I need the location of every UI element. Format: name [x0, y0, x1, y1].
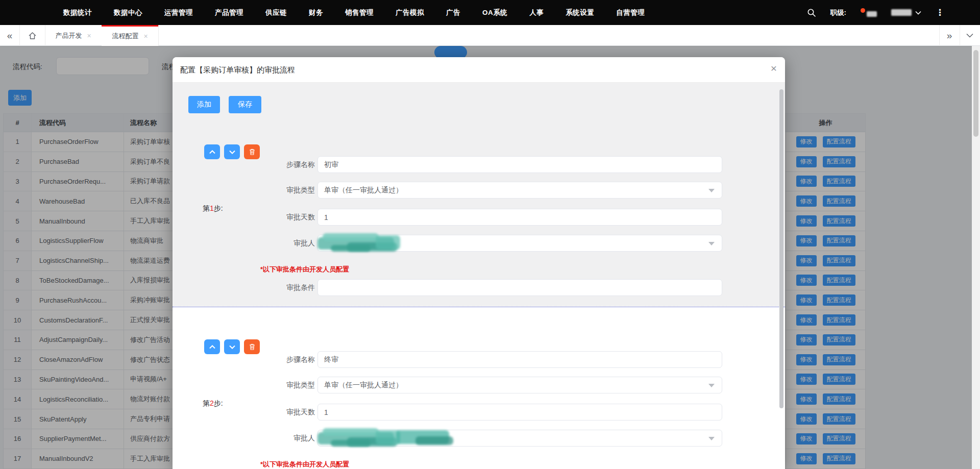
nav-menu-item[interactable]: 运营管理 [164, 8, 193, 17]
condition-label: 审批条件 [244, 279, 315, 296]
nav-menu-item[interactable]: 财务 [309, 8, 323, 17]
page-scrollbar-thumb[interactable] [973, 50, 978, 137]
close-icon[interactable]: × [771, 63, 777, 73]
step-number-label: 第2步: [203, 399, 223, 408]
chevron-down-icon [966, 33, 973, 38]
user-menu[interactable] [891, 9, 921, 16]
redacted-username [891, 9, 912, 16]
notification-badge[interactable] [861, 8, 877, 17]
move-up-button[interactable] [204, 339, 220, 354]
nav-menu-item[interactable]: 系统设置 [566, 8, 594, 17]
nav-menu-item[interactable]: 供应链 [265, 8, 287, 17]
step-name-input[interactable] [317, 351, 722, 368]
chevron-down-icon [915, 11, 921, 15]
approver-select[interactable] [317, 430, 722, 447]
close-tab-icon[interactable]: × [143, 33, 148, 40]
field-approve-days: 审批天数 [244, 404, 785, 421]
approver-label: 审批人 [244, 235, 315, 252]
field-approve-type: 审批类型 单审（任一审批人通过） [244, 182, 785, 199]
expand-tabs-button[interactable]: » [939, 25, 960, 46]
approver-select[interactable] [317, 235, 722, 252]
tab-label: 产品开发 [55, 31, 82, 40]
nav-menu-item[interactable]: 自营管理 [616, 8, 645, 17]
top-nav: 数据统计 数据中心 运营管理 产品管理 供应链 财务 销售管理 广告模拟 广告 … [0, 0, 980, 25]
step-name-label: 步骤名称 [244, 156, 315, 173]
nav-menu-item[interactable]: 人事 [529, 8, 544, 17]
trash-icon [249, 343, 255, 350]
nav-right-cluster: 职级: ⋮ [807, 0, 945, 25]
field-condition: 审批条件 [244, 279, 785, 296]
approve-type-label: 审批类型 [244, 182, 315, 199]
approve-days-input[interactable] [317, 404, 722, 421]
tab-bar: « 产品开发 × 流程配置 × » [0, 25, 980, 46]
modal-header: 配置【采购订单审核】的审批流程 × [173, 57, 785, 83]
collapse-tabs-button[interactable]: « [0, 25, 19, 46]
approve-days-input[interactable] [317, 209, 722, 226]
tab-flow-config[interactable]: 流程配置 × [102, 25, 158, 46]
tab-product-dev[interactable]: 产品开发 × [45, 25, 102, 46]
nav-menu: 数据统计 数据中心 运营管理 产品管理 供应链 财务 销售管理 广告模拟 广告 … [0, 8, 645, 17]
home-icon [28, 32, 37, 40]
approve-type-select[interactable]: 单审（任一审批人通过） [317, 377, 722, 393]
chevron-down-icon [229, 150, 235, 154]
tab-label: 流程配置 [112, 32, 138, 41]
nav-menu-item[interactable]: 广告 [446, 8, 460, 17]
trash-icon [249, 149, 255, 155]
move-down-button[interactable] [224, 339, 240, 354]
step-block-1: 第1步: 步骤名称 审批类型 单审（任一审批人通过） 审批天数 审批人 [173, 117, 785, 307]
chevron-up-icon [209, 150, 215, 154]
field-approve-type: 审批类型 单审（任一审批人通过） [244, 377, 785, 393]
screen: 数据统计 数据中心 运营管理 产品管理 供应链 财务 销售管理 广告模拟 广告 … [0, 0, 980, 469]
nav-menu-item[interactable]: 广告模拟 [396, 8, 424, 17]
double-chevron-right-icon: » [947, 31, 952, 40]
page-scrollbar[interactable] [972, 46, 980, 469]
dev-note-text: *以下审批条件由开发人员配置 [260, 460, 349, 469]
chevron-down-icon [229, 345, 235, 349]
nav-menu-item[interactable]: 数据统计 [63, 8, 92, 17]
rank-label: 职级: [830, 8, 847, 17]
move-up-button[interactable] [204, 144, 220, 159]
approver-label: 审批人 [244, 430, 315, 447]
close-tab-icon[interactable]: × [87, 32, 91, 39]
approve-type-label: 审批类型 [244, 377, 315, 393]
nav-menu-item[interactable]: 数据中心 [114, 8, 142, 17]
divider [158, 25, 159, 46]
double-chevron-left-icon: « [7, 31, 13, 40]
search-icon[interactable] [807, 8, 816, 17]
approve-days-label: 审批天数 [244, 404, 315, 421]
approval-flow-modal: 配置【采购订单审核】的审批流程 × 添加 保存 第1步: 步骤 [173, 57, 785, 469]
condition-input[interactable] [317, 279, 722, 296]
tab-options-button[interactable] [960, 25, 980, 46]
dev-note-text: *以下审批条件由开发人员配置 [260, 265, 349, 274]
step-number-label: 第1步: [203, 204, 223, 213]
nav-menu-item[interactable]: OA系统 [482, 8, 507, 17]
modal-scrollbar-thumb[interactable] [779, 89, 783, 408]
approve-type-select[interactable]: 单审（任一审批人通过） [317, 182, 722, 199]
more-menu-icon[interactable]: ⋮ [936, 8, 944, 17]
step-block-2: 第2步: 步骤名称 审批类型 单审（任一审批人通过） 审批天数 审批人 [173, 312, 785, 469]
move-down-button[interactable] [224, 144, 240, 159]
nav-menu-item[interactable]: 销售管理 [345, 8, 374, 17]
red-dot-icon [861, 8, 865, 13]
field-step-name: 步骤名称 [244, 351, 785, 368]
step-name-label: 步骤名称 [244, 351, 315, 368]
field-approver: 审批人 [244, 235, 785, 252]
field-approve-days: 审批天数 [244, 209, 785, 226]
field-approver: 审批人 [244, 430, 785, 447]
modal-add-step-button[interactable]: 添加 [188, 96, 220, 113]
redacted-text [867, 11, 877, 17]
chevron-up-icon [209, 345, 215, 349]
nav-menu-item[interactable]: 产品管理 [215, 8, 243, 17]
modal-title: 配置【采购订单审核】的审批流程 [180, 65, 295, 75]
step-name-input[interactable] [317, 156, 722, 173]
approve-days-label: 审批天数 [244, 209, 315, 226]
field-step-name: 步骤名称 [244, 156, 785, 173]
home-tab-button[interactable] [19, 25, 45, 46]
modal-save-button[interactable]: 保存 [229, 96, 261, 113]
